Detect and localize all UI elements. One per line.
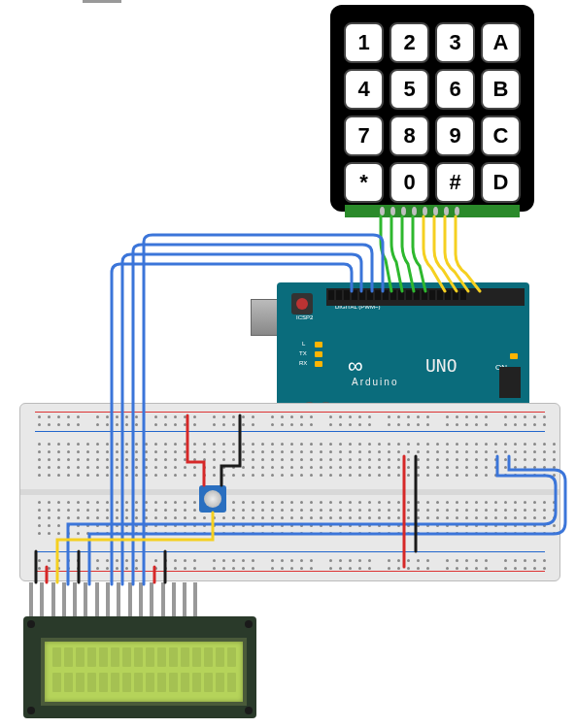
lcd-row-1	[52, 647, 236, 667]
wire-keypad-col1	[424, 216, 445, 291]
arduino-led-l	[315, 342, 322, 347]
bb-center-gap	[20, 489, 559, 495]
lcd-16x2-module	[23, 616, 256, 718]
arduino-led-on	[510, 353, 518, 359]
lcd-mount-hole	[245, 707, 253, 714]
key-5[interactable]: 5	[390, 69, 429, 110]
key-1[interactable]: 1	[344, 22, 384, 63]
potentiometer[interactable]	[199, 485, 226, 513]
lcd-mount-hole	[245, 620, 253, 628]
lcd-mount-hole	[27, 707, 35, 714]
wire-keypad-col2	[434, 216, 457, 291]
wire-keypad-row1	[381, 216, 391, 291]
keypad-connector	[345, 205, 520, 217]
arduino-rx-label: RX	[299, 360, 307, 366]
key-b[interactable]: B	[481, 69, 521, 110]
arduino-tx-label: TX	[299, 350, 307, 356]
circuit-diagram: 1 2 3 A 4 5 6 B 7 8 9 C * 0 # D DIGITAL …	[0, 0, 576, 728]
lcd-row-2	[52, 673, 236, 692]
arduino-sublabel: Arduino	[352, 377, 398, 387]
breadboard	[19, 403, 560, 581]
key-a[interactable]: A	[481, 22, 521, 63]
wire-keypad-row4	[413, 216, 425, 291]
wire-keypad-row2	[391, 216, 402, 291]
key-star[interactable]: *	[344, 162, 384, 203]
lcd-pin-header	[29, 582, 197, 616]
bb-top-pos-rail	[35, 412, 545, 413]
arduino-led-tx	[315, 351, 322, 357]
keypad-grid: 1 2 3 A 4 5 6 B 7 8 9 C * 0 # D	[330, 13, 534, 213]
key-d[interactable]: D	[481, 162, 521, 203]
potentiometer-knob[interactable]	[204, 490, 221, 508]
arduino-led-rx	[315, 361, 322, 367]
key-4[interactable]: 4	[344, 69, 384, 110]
arduino-reset-button[interactable]	[291, 293, 313, 314]
lcd-screen	[41, 638, 247, 706]
lcd-mount-hole	[27, 620, 35, 628]
wire-keypad-col4	[456, 216, 480, 291]
key-c[interactable]: C	[481, 116, 521, 156]
keypad-4x4: 1 2 3 A 4 5 6 B 7 8 9 C * 0 # D	[330, 5, 534, 212]
arduino-icsp-label: ICSP2	[296, 314, 313, 320]
key-9[interactable]: 9	[435, 116, 475, 156]
bb-bot-neg-rail	[35, 551, 545, 552]
bb-top-neg-rail	[35, 431, 545, 432]
key-3[interactable]: 3	[435, 22, 475, 63]
keypad-tab	[83, 0, 121, 3]
arduino-digital-header	[326, 288, 525, 306]
arduino-l-label: L	[302, 341, 305, 347]
arduino-infinity-icon: ∞	[348, 353, 363, 379]
key-0[interactable]: 0	[390, 162, 429, 203]
arduino-icsp-header	[499, 367, 521, 398]
wire-keypad-col3	[445, 216, 468, 291]
key-6[interactable]: 6	[435, 69, 475, 110]
key-8[interactable]: 8	[390, 116, 429, 156]
key-hash[interactable]: #	[435, 162, 475, 203]
arduino-model: UNO	[425, 355, 457, 376]
wire-keypad-row3	[402, 216, 414, 291]
bb-bot-pos-rail	[35, 571, 545, 572]
key-2[interactable]: 2	[390, 22, 429, 63]
key-7[interactable]: 7	[344, 116, 384, 156]
